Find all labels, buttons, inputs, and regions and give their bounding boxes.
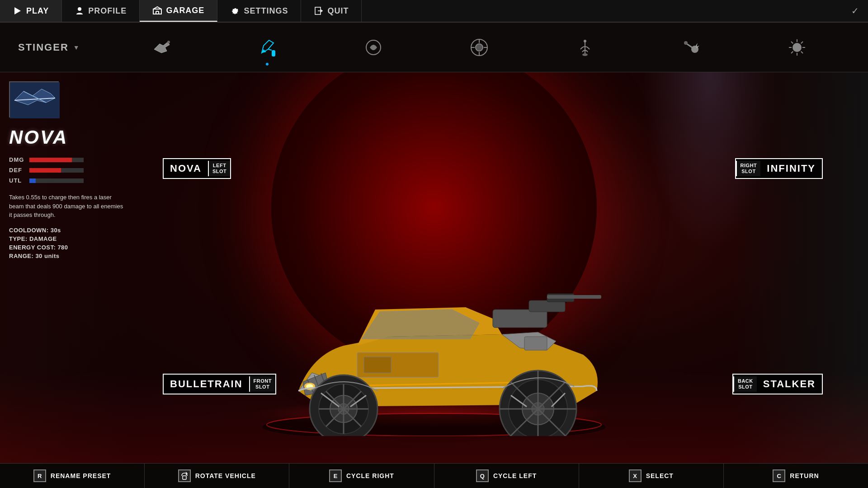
stat-cooldown: COOLDOWN: 30s <box>9 227 136 234</box>
key-rotate <box>178 469 191 482</box>
stat-range: RANGE: 30 units <box>9 253 136 259</box>
toolbar-decal[interactable] <box>354 33 393 62</box>
rotate-vehicle-label: ROTATE VEHICLE <box>195 472 256 479</box>
weapon-description: Takes 0.55s to charge then fires a laser… <box>9 193 127 220</box>
nav-quit[interactable]: QUIT <box>301 0 362 22</box>
svg-line-28 <box>791 42 793 43</box>
nav-garage[interactable]: GARAGE <box>140 0 217 22</box>
stat-row-utl: UTL <box>9 177 136 184</box>
dmg-label: DMG <box>9 156 25 163</box>
stat-energy-cost: ENERGY COST: 780 <box>9 244 136 251</box>
left-slot-label[interactable]: NOVA LEFT SLOT <box>163 158 231 179</box>
utl-fill <box>29 178 36 183</box>
select-label: SELECT <box>646 472 674 479</box>
svg-marker-0 <box>14 7 21 14</box>
action-select[interactable]: X SELECT <box>579 464 724 488</box>
toolbar-wheels[interactable] <box>459 33 499 62</box>
bottom-bar: R RENAME PRESET ROTATE VEHICLE E CYCLE R… <box>0 463 868 488</box>
def-bar <box>29 168 84 173</box>
dmg-fill <box>29 158 72 162</box>
svg-line-21 <box>687 44 692 47</box>
nav-settings-label: SETTINGS <box>244 6 288 16</box>
action-return[interactable]: C RETURN <box>724 464 868 488</box>
svg-rect-75 <box>183 476 186 479</box>
svg-rect-9 <box>272 50 275 56</box>
toolbar-weapons[interactable] <box>142 33 181 62</box>
right-slot-tag: RIGHT SLOT <box>736 161 761 176</box>
back-slot-label[interactable]: BACK SLOT STALKER <box>732 374 823 394</box>
rename-preset-label: RENAME PRESET <box>51 472 111 479</box>
nav-settings[interactable]: SETTINGS <box>217 0 301 22</box>
main-viewport: NOVA DMG DEF UTL Takes 0.55s to charge t… <box>0 72 868 463</box>
back-slot-tag: BACK SLOT <box>733 376 757 392</box>
nav-checkmark: ✓ <box>851 0 868 22</box>
return-label: RETURN <box>790 472 819 479</box>
preset-selector[interactable]: STINGER ▼ <box>18 42 108 53</box>
cycle-right-label: CYCLE RIGHT <box>346 472 394 479</box>
toolbar-boost[interactable] <box>777 33 817 62</box>
left-slot-tag: LEFT SLOT <box>208 161 230 176</box>
play-icon <box>13 6 23 16</box>
key-x: X <box>629 469 642 482</box>
nav-garage-label: GARAGE <box>166 6 204 15</box>
svg-line-30 <box>801 42 803 43</box>
svg-point-12 <box>476 44 483 51</box>
stat-row-def: DEF <box>9 167 136 174</box>
svg-rect-47 <box>524 337 547 350</box>
utl-bar <box>29 178 84 183</box>
nav-play[interactable]: PLAY <box>0 0 62 22</box>
weapon-thumbnail <box>9 81 59 117</box>
utl-label: UTL <box>9 177 25 184</box>
back-weapon-name: STALKER <box>757 375 822 394</box>
weapon-stats: COOLDOWN: 30s TYPE: DAMAGE ENERGY COST: … <box>9 227 136 259</box>
svg-point-23 <box>793 43 802 52</box>
nav-profile[interactable]: PROFILE <box>62 0 140 22</box>
action-rotate-vehicle[interactable]: ROTATE VEHICLE <box>145 464 289 488</box>
door-icon <box>314 6 324 16</box>
right-slot-label[interactable]: RIGHT SLOT INFINITY <box>735 158 823 179</box>
left-weapon-name: NOVA <box>164 159 208 178</box>
toolbar-icons <box>108 33 850 62</box>
gear-icon <box>230 6 240 16</box>
svg-rect-44 <box>529 300 565 312</box>
toolbar-antenna[interactable] <box>565 33 605 62</box>
front-weapon-name: BULLETRAIN <box>164 375 249 394</box>
toolbar: STINGER ▼ <box>0 23 868 72</box>
def-fill <box>29 168 61 173</box>
nav-quit-label: QUIT <box>327 6 349 16</box>
key-c: C <box>773 469 785 482</box>
preset-dropdown-arrow: ▼ <box>73 44 80 51</box>
weapon-title: NOVA <box>9 127 136 148</box>
toolbar-effect[interactable] <box>671 33 711 62</box>
action-rename-preset[interactable]: R RENAME PRESET <box>0 464 145 488</box>
action-cycle-left[interactable]: Q CYCLE LEFT <box>434 464 579 488</box>
svg-point-8 <box>167 41 170 43</box>
def-label: DEF <box>9 167 25 174</box>
stat-type: TYPE: DAMAGE <box>9 235 136 242</box>
dmg-bar <box>29 158 84 162</box>
action-cycle-right[interactable]: E CYCLE RIGHT <box>289 464 434 488</box>
svg-rect-43 <box>493 310 547 328</box>
svg-point-22 <box>684 41 688 45</box>
svg-line-29 <box>801 51 803 53</box>
weapon-info-panel: NOVA DMG DEF UTL Takes 0.55s to charge t… <box>9 81 136 261</box>
nav-play-label: PLAY <box>26 6 49 16</box>
svg-rect-49 <box>364 357 391 373</box>
key-r: R <box>33 469 46 482</box>
svg-point-19 <box>582 53 588 56</box>
svg-line-31 <box>791 51 793 53</box>
svg-point-1 <box>78 7 81 11</box>
svg-rect-46 <box>547 295 601 299</box>
preset-name: STINGER <box>18 42 69 53</box>
key-e: E <box>329 469 342 482</box>
garage-icon <box>152 5 162 15</box>
stat-row-dmg: DMG <box>9 156 136 163</box>
key-q: Q <box>476 469 489 482</box>
right-weapon-name: INFINITY <box>760 159 822 178</box>
front-slot-tag: FRONT SLOT <box>249 376 275 392</box>
front-slot-label[interactable]: BULLETRAIN FRONT SLOT <box>163 374 276 394</box>
cycle-left-label: CYCLE LEFT <box>493 472 537 479</box>
toolbar-paint[interactable] <box>247 33 287 62</box>
nav-profile-label: PROFILE <box>88 6 127 16</box>
person-icon <box>75 6 85 16</box>
